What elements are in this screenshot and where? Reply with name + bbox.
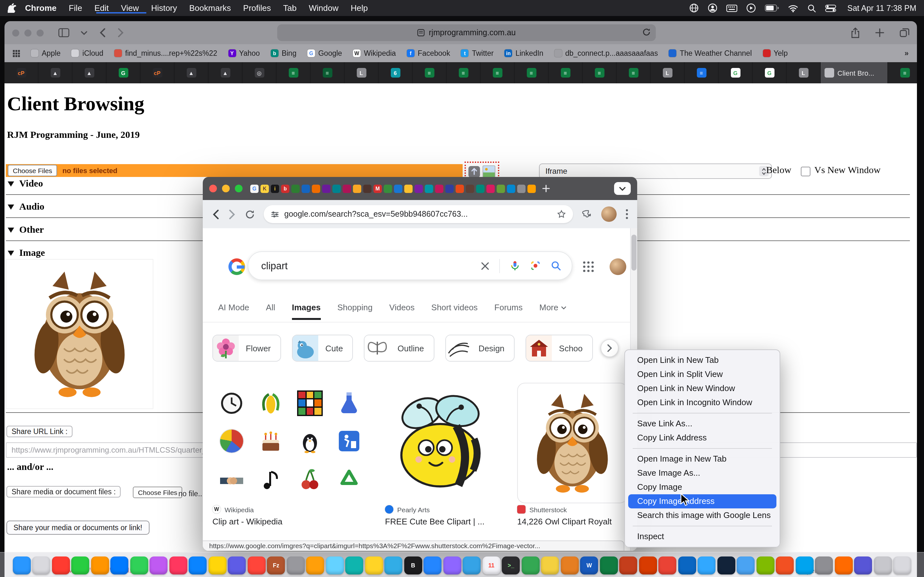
menu-bar-clock[interactable]: Sat Apr 11 7:38 PM xyxy=(847,3,916,13)
user-icon[interactable] xyxy=(708,3,717,13)
result-source[interactable]: Shutterstock xyxy=(517,505,567,514)
browser-tab[interactable]: cP xyxy=(141,62,174,83)
tab-favicon[interactable] xyxy=(425,184,433,193)
share-media-choose-files-button[interactable]: Choose Files xyxy=(133,487,183,498)
menu-item-open-link-new-tab[interactable]: Open Link in New Tab xyxy=(628,353,776,367)
browser-tab[interactable]: cP xyxy=(5,62,39,83)
target-select[interactable]: Iframe xyxy=(539,163,772,179)
extensions-icon[interactable] xyxy=(582,209,592,219)
result-title[interactable]: Clip art - Wikipedia xyxy=(212,517,282,526)
apple-menu-icon[interactable] xyxy=(8,3,16,13)
tab-forums[interactable]: Forums xyxy=(494,303,523,318)
address-bar[interactable]: rjmprogramming.com.au xyxy=(277,24,656,41)
more-menu-icon[interactable] xyxy=(626,209,628,219)
keyboard-icon[interactable] xyxy=(726,4,737,12)
choose-files-button[interactable]: Choose Files xyxy=(8,165,57,176)
dock-icon[interactable]: B xyxy=(404,556,422,574)
bookmark-item[interactable]: Y Yahoo xyxy=(228,49,260,57)
bookmark-item[interactable]: iCloud xyxy=(71,49,103,57)
owl-clipart-image[interactable] xyxy=(6,259,153,409)
dock-icon[interactable] xyxy=(678,556,696,574)
dock-icon[interactable] xyxy=(874,556,892,574)
dock-icon[interactable]: >_ xyxy=(502,556,520,574)
dock-icon[interactable]: 11 xyxy=(483,556,501,574)
browser-tab[interactable]: ≡ xyxy=(310,62,344,83)
avatar[interactable] xyxy=(610,258,626,275)
bookmark-item[interactable]: find_minus....rep+%22s%22 xyxy=(114,49,217,57)
tab-favicon[interactable] xyxy=(404,184,413,193)
dock-icon[interactable] xyxy=(32,556,50,574)
dock-icon[interactable] xyxy=(306,556,325,574)
menubar-item[interactable]: Edit xyxy=(94,3,109,13)
dock-icon[interactable] xyxy=(208,556,226,574)
search-tabs-button[interactable] xyxy=(614,182,631,195)
tab-favicon[interactable]: b xyxy=(281,184,289,193)
tab-favicon[interactable] xyxy=(322,184,330,193)
search-box[interactable]: clipart xyxy=(248,251,572,280)
tab-videos[interactable]: Videos xyxy=(389,303,415,318)
minimize-window-button[interactable] xyxy=(24,29,31,36)
dock-icon[interactable] xyxy=(326,556,344,574)
close-window-button[interactable] xyxy=(12,29,19,36)
tab-favicon[interactable]: i xyxy=(271,184,279,193)
browser-tab[interactable]: ≡ xyxy=(276,62,310,83)
tab-favicon[interactable]: K xyxy=(260,184,269,193)
browser-tab[interactable]: ≡ xyxy=(413,62,447,83)
section-audio[interactable]: Audio xyxy=(8,201,44,212)
browser-tab[interactable]: G xyxy=(753,62,787,83)
dock-icon[interactable] xyxy=(443,556,461,574)
dock-icon[interactable] xyxy=(346,556,363,574)
tab-favicon[interactable] xyxy=(312,184,320,193)
bookmark-star-icon[interactable] xyxy=(557,210,566,219)
tab-favicon[interactable] xyxy=(302,184,310,193)
tab-favicon[interactable] xyxy=(476,184,485,193)
upload-icon[interactable] xyxy=(468,166,480,177)
chip-outline[interactable]: Outline xyxy=(364,335,434,362)
dock-icon[interactable] xyxy=(111,556,129,574)
bookmark-item[interactable]: b Bing xyxy=(271,49,296,57)
dock-icon[interactable] xyxy=(561,556,579,574)
dock-icon[interactable] xyxy=(170,556,187,574)
browser-tab[interactable]: ▲ xyxy=(73,62,107,83)
bookmark-item[interactable]: t Twitter xyxy=(461,49,494,57)
browser-tab-active[interactable]: Client Bro... xyxy=(821,62,888,83)
dock-icon[interactable] xyxy=(639,556,657,574)
bookmark-item[interactable]: G Google xyxy=(307,49,342,57)
tab-favicon[interactable] xyxy=(291,184,300,193)
menu-item-inspect[interactable]: Inspect xyxy=(628,530,776,544)
dock-icon[interactable] xyxy=(659,556,677,574)
tab-favicon[interactable] xyxy=(353,184,361,193)
window-controls[interactable] xyxy=(209,185,242,192)
bookmarks-overflow-chevron[interactable]: » xyxy=(905,49,909,57)
dock-icon[interactable] xyxy=(228,556,246,574)
section-video[interactable]: Video xyxy=(8,178,43,189)
menubar-item[interactable]: History xyxy=(151,3,177,13)
dock-icon[interactable] xyxy=(130,556,148,574)
dock-icon[interactable] xyxy=(698,556,716,574)
tab-favicon[interactable] xyxy=(384,184,392,193)
result-title[interactable]: FREE Cute Bee Clipart | ... xyxy=(385,517,485,526)
result-source[interactable]: Pearly Arts xyxy=(385,505,430,514)
back-icon[interactable] xyxy=(212,209,220,219)
dock-icon[interactable] xyxy=(522,556,540,574)
tab-overview-icon[interactable] xyxy=(900,28,909,37)
tab-favicon[interactable] xyxy=(456,184,464,193)
tab-favicon[interactable] xyxy=(466,184,474,193)
wifi-icon[interactable] xyxy=(788,4,798,12)
forward-icon[interactable] xyxy=(228,209,236,219)
window-controls[interactable] xyxy=(12,29,44,36)
tab-favicon[interactable] xyxy=(435,184,443,193)
browser-tab[interactable]: ≡ xyxy=(549,62,583,83)
close-window-button[interactable] xyxy=(209,185,217,192)
dock-icon[interactable] xyxy=(150,556,168,574)
menubar-item[interactable]: Chrome xyxy=(25,3,57,13)
menubar-item[interactable]: Profiles xyxy=(243,3,271,13)
tab-favicon[interactable] xyxy=(517,184,525,193)
forward-icon[interactable] xyxy=(118,27,124,38)
bookmark-item[interactable]: W Wikipedia xyxy=(353,49,396,57)
control-center-icon[interactable] xyxy=(825,4,836,12)
chips-scroll-right-button[interactable] xyxy=(601,339,619,357)
menubar-item[interactable]: View xyxy=(121,3,139,13)
section-other[interactable]: Other xyxy=(8,224,44,235)
result-bee-clipart[interactable] xyxy=(385,385,495,498)
